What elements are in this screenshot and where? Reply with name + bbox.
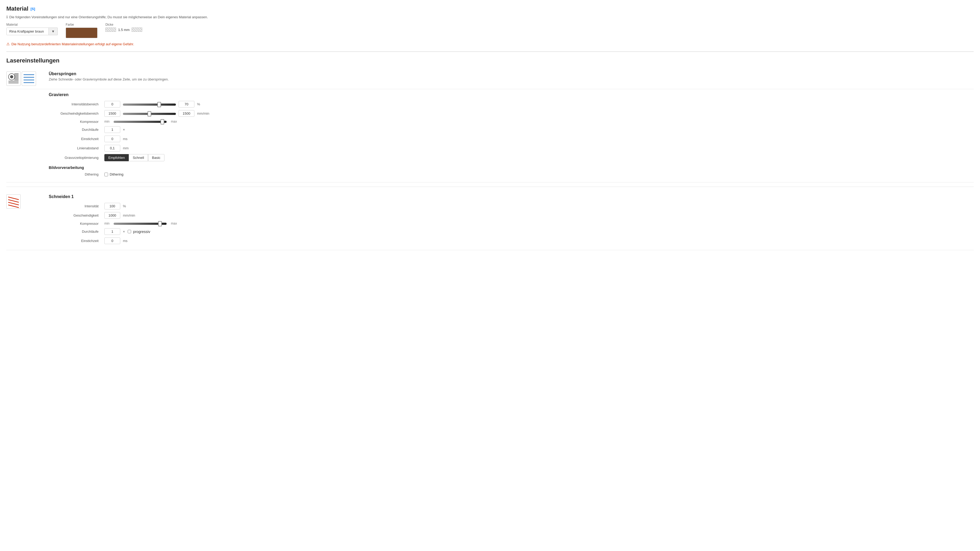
opt-btn-basic[interactable]: Basic	[148, 154, 164, 161]
info-icon: ℹ	[6, 15, 8, 19]
lines-thumbnail-svg	[22, 72, 35, 85]
material-select[interactable]: Rina Kraftpapier braun	[6, 27, 49, 35]
dithering-checkbox[interactable]	[104, 173, 108, 176]
speed-min-input[interactable]	[104, 110, 120, 117]
optimierung-label: Gravurzeitoptimierung	[49, 156, 102, 160]
intensity-label: Intensitätsbereich	[49, 102, 102, 106]
color-swatch	[66, 27, 97, 38]
thumbnail-cut	[6, 194, 21, 209]
intensity-row: Intensitätsbereich %	[49, 101, 974, 108]
schneiden-einstichzeit-input[interactable]	[104, 238, 120, 244]
warning-icon: ⚠	[6, 42, 10, 46]
bildvorverarbeitung-title: Bildvorverarbeitung	[49, 165, 974, 170]
schneiden-kompressor-label: Kompressor	[49, 222, 102, 225]
schneiden-intensity-input[interactable]	[104, 203, 120, 210]
intensity-slider[interactable]	[123, 103, 176, 106]
schneiden-content: Schneiden 1 Intensität % Geschwindigkeit…	[43, 194, 974, 247]
passes-input[interactable]	[104, 126, 120, 133]
hatch-right	[132, 27, 142, 32]
gravieren-content: Gravieren Intensitätsbereich % Geschwind…	[43, 92, 974, 179]
schneiden-passes-x: ×	[123, 230, 125, 233]
ueberspringen-thumbnails	[6, 71, 43, 86]
intensity-max-input[interactable]	[178, 101, 194, 108]
schneiden-speed-input[interactable]	[104, 212, 120, 219]
material-header: Material [S]	[6, 5, 974, 12]
schneiden-speed-label: Geschwindigkeit	[49, 213, 102, 218]
dithering-label: Dithering	[49, 172, 102, 176]
speed-label: Geschwindigkeitsbereich	[49, 111, 102, 116]
gravieren-row: Gravieren Intensitätsbereich % Geschwind…	[6, 89, 974, 183]
material-dropdown-arrow[interactable]: ▼	[49, 27, 58, 35]
laser-section: Lasereinstellungen	[6, 57, 974, 250]
schneiden-kompressor-row: Kompressor min max	[49, 221, 974, 225]
linienabstand-input[interactable]	[104, 145, 120, 151]
ueberspringen-content: Überspringen Ziehe Schneide- oder Gravie…	[43, 71, 974, 85]
schneiden-intensity-label: Intensität	[49, 204, 102, 208]
thumbnail-lines	[22, 71, 36, 86]
material-section: Material [S] ℹ Die folgenden Voreinstell…	[6, 5, 974, 46]
speed-unit: mm/min	[197, 111, 212, 116]
gravieren-title: Gravieren	[49, 92, 974, 97]
einstichzeit-unit: ms	[123, 137, 137, 141]
warning-text: Die Nutzung benutzerdefinierten Material…	[11, 42, 134, 46]
thickness-value: 1.5 mm	[118, 28, 129, 32]
material-label: Material	[6, 23, 58, 27]
kompressor-slider[interactable]	[114, 121, 167, 123]
farbe-field-group: Farbe	[66, 23, 97, 38]
intensity-min-input[interactable]	[104, 101, 120, 108]
schneiden-kompressor-max: max	[171, 222, 177, 225]
ueberspringen-subtitle: Ziehe Schneide- oder Graviersymbole auf …	[49, 77, 974, 81]
laser-section-title: Lasereinstellungen	[6, 57, 974, 64]
progressive-checkbox[interactable]	[128, 230, 131, 233]
kompressor-row: Kompressor min max	[49, 119, 974, 124]
section-divider-1	[6, 51, 974, 52]
schneiden-passes-row: Durchläufe × progressiv	[49, 228, 974, 235]
optimization-buttons: Empfohlen Schnell Basic	[104, 154, 164, 161]
save-badge: [S]	[30, 7, 35, 11]
progressive-row: progressiv	[128, 230, 150, 234]
farbe-label: Farbe	[66, 23, 97, 27]
einstichzeit-label: Einstichzeit	[49, 137, 102, 141]
linienabstand-unit: mm	[123, 146, 137, 150]
svg-rect-13	[22, 72, 35, 85]
thumbnail-engraving	[6, 71, 21, 86]
einstichzeit-input[interactable]	[104, 136, 120, 142]
ueberspringen-row: Überspringen Ziehe Schneide- oder Gravie…	[6, 68, 974, 89]
schneiden-speed-row: Geschwindigkeit mm/min	[49, 212, 974, 219]
schneiden-kompressor-min: min	[104, 222, 110, 225]
cut-thumbnail-svg	[7, 195, 20, 208]
schneiden-einstichzeit-row: Einstichzeit ms	[49, 238, 974, 244]
warning-row: ⚠ Die Nutzung benutzerdefinierten Materi…	[6, 42, 974, 46]
opt-btn-schnell[interactable]: Schnell	[129, 154, 148, 161]
schneiden-row: Schneiden 1 Intensität % Geschwindigkeit…	[6, 191, 974, 250]
opt-btn-empfohlen[interactable]: Empfohlen	[104, 154, 129, 161]
dithering-row: Dithering Dithering	[49, 172, 974, 176]
schneiden-title: Schneiden 1	[49, 194, 974, 199]
schneiden-einstichzeit-unit: ms	[123, 239, 137, 243]
passes-x: ×	[123, 128, 125, 132]
svg-point-2	[10, 75, 13, 78]
schneiden-passes-label: Durchläufe	[49, 230, 102, 233]
schneiden-kompressor-slider[interactable]	[114, 223, 167, 225]
dicke-label: Dicke	[105, 23, 142, 27]
passes-label: Durchläufe	[49, 128, 102, 132]
linienabstand-label: Linienabstand	[49, 146, 102, 150]
schneiden-speed-unit: mm/min	[123, 213, 137, 218]
engraving-thumbnail-svg	[7, 72, 20, 85]
optimierung-row: Gravurzeitoptimierung Empfohlen Schnell …	[49, 154, 974, 161]
dicke-field-group: Dicke 1.5 mm	[105, 23, 142, 32]
speed-row: Geschwindigkeitsbereich mm/min	[49, 110, 974, 117]
speed-slider[interactable]	[123, 113, 176, 115]
thickness-container: 1.5 mm	[105, 27, 142, 32]
linienabstand-row: Linienabstand mm	[49, 145, 974, 151]
speed-max-input[interactable]	[178, 110, 194, 117]
hatch-left	[105, 27, 116, 32]
material-fields: Material Rina Kraftpapier braun ▼ Farbe …	[6, 23, 974, 38]
dithering-checkbox-text: Dithering	[110, 172, 123, 176]
schneiden-einstichzeit-label: Einstichzeit	[49, 239, 102, 243]
kompressor-label: Kompressor	[49, 120, 102, 124]
divider-2	[6, 187, 974, 187]
kompressor-min-label: min	[104, 120, 110, 123]
dithering-checkbox-label[interactable]: Dithering	[104, 172, 123, 176]
schneiden-passes-input[interactable]	[104, 228, 120, 235]
